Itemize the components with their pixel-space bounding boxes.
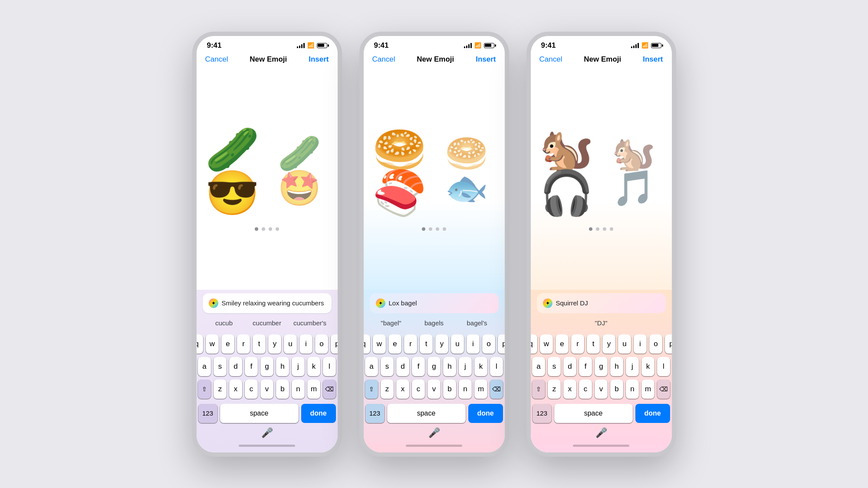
text-field-1[interactable]: ✦ Smiley relaxing wearing cucumbers [203, 293, 332, 313]
suggestion-1b[interactable]: "bagel" [370, 318, 413, 328]
key-p[interactable]: p [331, 334, 338, 354]
key-h[interactable]: h [276, 357, 289, 376]
key-e3[interactable]: e [556, 334, 569, 354]
key-j3[interactable]: j [626, 357, 639, 376]
key-t2[interactable]: t [420, 334, 433, 354]
key-d2[interactable]: d [396, 357, 409, 376]
key-q[interactable]: q [197, 334, 204, 354]
key-y2[interactable]: y [435, 334, 448, 354]
key-m2[interactable]: m [474, 380, 487, 399]
text-field-3[interactable]: ✦ Squirrel DJ [537, 293, 666, 313]
key-done-3[interactable]: done [635, 404, 670, 423]
mic-icon-2[interactable]: 🎤 [428, 427, 440, 439]
key-e2[interactable]: e [388, 334, 401, 354]
key-k2[interactable]: k [474, 357, 487, 376]
key-c3[interactable]: c [579, 380, 592, 399]
emoji-secondary-1[interactable]: 🥒🤩 [278, 136, 329, 206]
cancel-button-1[interactable]: Cancel [205, 55, 228, 64]
key-f[interactable]: f [245, 357, 258, 376]
key-v2[interactable]: v [427, 380, 441, 399]
key-g[interactable]: g [260, 357, 273, 376]
key-i2[interactable]: i [467, 334, 480, 354]
insert-button-3[interactable]: Insert [643, 55, 663, 64]
key-u2[interactable]: u [451, 334, 464, 354]
suggestion-1c[interactable]: "DJ" [537, 318, 666, 328]
emoji-main-3[interactable]: 🐿️🎧 [539, 128, 603, 214]
key-k[interactable]: k [307, 357, 320, 376]
key-y3[interactable]: y [602, 334, 615, 354]
key-p2[interactable]: p [498, 334, 505, 354]
key-c2[interactable]: c [412, 380, 425, 399]
key-w3[interactable]: w [540, 334, 553, 354]
key-s[interactable]: s [214, 357, 227, 376]
key-z2[interactable]: z [381, 380, 394, 399]
key-k3[interactable]: k [641, 357, 654, 376]
key-c[interactable]: c [245, 380, 258, 399]
key-r3[interactable]: r [571, 334, 584, 354]
insert-button-2[interactable]: Insert [476, 55, 496, 64]
key-h2[interactable]: h [443, 357, 456, 376]
key-w2[interactable]: w [373, 334, 386, 354]
key-shift3[interactable]: ⇧ [532, 380, 545, 399]
key-e[interactable]: e [221, 334, 234, 354]
key-h3[interactable]: h [610, 357, 623, 376]
key-x3[interactable]: x [563, 380, 576, 399]
key-v[interactable]: v [260, 380, 273, 399]
key-y[interactable]: y [268, 334, 281, 354]
key-g2[interactable]: g [427, 357, 441, 376]
key-z[interactable]: z [214, 380, 227, 399]
key-b2[interactable]: b [443, 380, 456, 399]
emoji-main-2[interactable]: 🥯🍣 [372, 128, 436, 214]
key-r2[interactable]: r [404, 334, 417, 354]
key-space-1[interactable]: space [220, 404, 299, 423]
emoji-main-1[interactable]: 🥒😎 [205, 128, 269, 214]
key-d3[interactable]: d [563, 357, 576, 376]
key-t3[interactable]: t [587, 334, 600, 354]
emoji-secondary-2[interactable]: 🥯🐟 [445, 136, 496, 206]
key-space-2[interactable]: space [387, 404, 466, 423]
emoji-secondary-3[interactable]: 🐿️🎵 [612, 136, 663, 206]
key-m3[interactable]: m [641, 380, 654, 399]
key-n3[interactable]: n [626, 380, 639, 399]
key-a[interactable]: a [198, 357, 211, 376]
key-space-3[interactable]: space [554, 404, 633, 423]
key-b3[interactable]: b [610, 380, 623, 399]
key-u3[interactable]: u [618, 334, 631, 354]
key-delete2[interactable]: ⌫ [490, 380, 503, 399]
key-u[interactable]: u [284, 334, 297, 354]
key-w[interactable]: w [206, 334, 219, 354]
cancel-button-2[interactable]: Cancel [372, 55, 395, 64]
key-123-2[interactable]: 123 [365, 404, 385, 423]
key-f3[interactable]: f [579, 357, 592, 376]
key-a3[interactable]: a [532, 357, 545, 376]
key-t[interactable]: t [253, 334, 266, 354]
key-q2[interactable]: q [364, 334, 371, 354]
mic-icon-3[interactable]: 🎤 [595, 427, 607, 439]
key-o3[interactable]: o [649, 334, 662, 354]
suggestion-3b[interactable]: bagel's [456, 318, 499, 328]
key-l2[interactable]: l [490, 357, 503, 376]
key-i[interactable]: i [299, 334, 312, 354]
key-shift2[interactable]: ⇧ [365, 380, 378, 399]
key-delete[interactable]: ⌫ [323, 380, 336, 399]
key-x[interactable]: x [229, 380, 242, 399]
key-123-1[interactable]: 123 [198, 404, 217, 423]
key-v3[interactable]: v [595, 380, 608, 399]
key-delete3[interactable]: ⌫ [657, 380, 670, 399]
key-d[interactable]: d [229, 357, 242, 376]
key-l[interactable]: l [323, 357, 336, 376]
key-j2[interactable]: j [459, 357, 472, 376]
key-b[interactable]: b [276, 380, 289, 399]
key-shift[interactable]: ⇧ [198, 380, 211, 399]
key-done-1[interactable]: done [301, 404, 336, 423]
key-z3[interactable]: z [548, 380, 561, 399]
key-j[interactable]: j [292, 357, 305, 376]
mic-icon-1[interactable]: 🎤 [261, 427, 273, 439]
text-field-2[interactable]: ✦ Lox bagel [370, 293, 499, 313]
key-q3[interactable]: q [531, 334, 538, 354]
suggestion-2[interactable]: cucumber [246, 318, 289, 328]
key-n[interactable]: n [292, 380, 305, 399]
key-x2[interactable]: x [396, 380, 409, 399]
key-l3[interactable]: l [657, 357, 670, 376]
suggestion-1[interactable]: cucub [203, 318, 246, 328]
